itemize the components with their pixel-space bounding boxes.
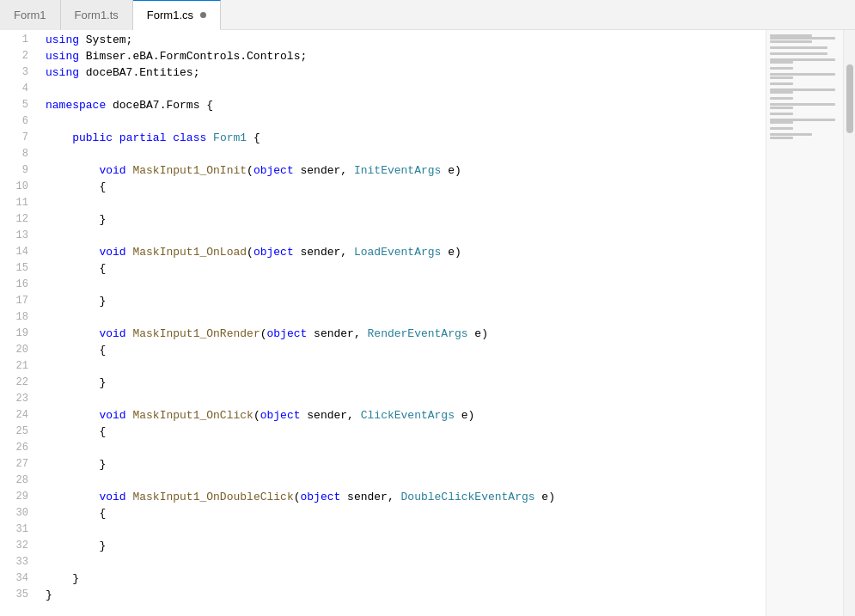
line-number: 27 [0, 456, 28, 473]
tab-form1ts[interactable]: Form1.ts [61, 0, 133, 30]
code-line: } [39, 375, 766, 391]
minimap-line [770, 55, 840, 58]
code-line: void MaskInput1_OnRender(object sender, … [39, 326, 766, 342]
code-line: { [39, 424, 766, 440]
line-number: 4 [0, 81, 28, 97]
tab-form1[interactable]: Form1 [0, 0, 61, 30]
code-line: { [39, 342, 766, 358]
code-line: } [39, 456, 766, 473]
line-number: 26 [0, 440, 28, 456]
code-token: void [99, 326, 125, 342]
line-number: 20 [0, 342, 28, 358]
code-line [39, 81, 766, 97]
line-number: 1 [0, 32, 28, 48]
code-token: doceBA7.Entities; [79, 64, 199, 81]
code-token: InitEventArgs [354, 162, 441, 179]
code-token [126, 326, 133, 342]
code-line: { [39, 179, 766, 195]
code-token [126, 162, 133, 179]
code-token [126, 407, 133, 424]
code-token: using [46, 48, 79, 64]
code-token: ( [247, 162, 253, 179]
minimap-line [770, 133, 812, 136]
code-token: doceBA7.Forms { [106, 97, 213, 113]
line-number: 5 [0, 97, 28, 113]
code-token: eBA [132, 48, 152, 64]
code-token: MaskInput1_OnRender [132, 326, 260, 342]
code-token: void [99, 407, 125, 424]
code-token: MaskInput1_OnClick [132, 407, 253, 424]
code-token: { [46, 179, 106, 195]
code-line [39, 358, 766, 375]
code-token: } [46, 293, 106, 309]
code-token [206, 130, 213, 146]
code-token: object [253, 162, 294, 179]
code-line: void MaskInput1_OnClick(object sender, C… [39, 407, 766, 424]
code-token: } [46, 538, 106, 554]
minimap-line [770, 43, 840, 46]
code-token: e) [441, 162, 461, 179]
minimap-line [770, 37, 835, 40]
scrollbar-thumb[interactable] [846, 64, 853, 133]
minimap-line [770, 127, 793, 130]
code-line: } [39, 587, 766, 603]
code-token [46, 244, 99, 260]
line-number: 11 [0, 195, 28, 211]
code-token: sender, [307, 326, 367, 342]
code-token: MaskInput1_OnDoubleClick [132, 489, 293, 505]
tab-form1cs[interactable]: Form1.cs [133, 0, 221, 30]
code-token: { [247, 130, 260, 146]
code-token: RenderEventArgs [368, 326, 468, 342]
line-number: 24 [0, 407, 28, 424]
code-token: sender, [294, 244, 354, 260]
code-line [39, 146, 766, 162]
code-token: { [46, 424, 106, 440]
minimap-line [770, 91, 793, 94]
code-token: ( [247, 244, 253, 260]
editor-container: 1234567891011121314151617181920212223242… [0, 30, 855, 616]
code-token: using [46, 64, 79, 81]
line-number: 14 [0, 244, 28, 260]
code-token: } [46, 587, 52, 603]
code-token [166, 130, 173, 146]
minimap-line [770, 85, 840, 88]
line-number: 8 [0, 146, 28, 162]
tab-bar: Form1 Form1.ts Form1.cs [0, 0, 855, 30]
tab-form1-label: Form1 [14, 9, 46, 21]
code-line: } [39, 570, 766, 587]
line-number: 23 [0, 391, 28, 407]
code-token: namespace [46, 97, 106, 113]
code-editor[interactable]: using System;using Bimser.eBA.FormContro… [39, 30, 766, 616]
code-token: void [99, 162, 125, 179]
code-token: e) [468, 326, 488, 342]
code-line [39, 440, 766, 456]
line-number: 3 [0, 64, 28, 81]
code-token: public [72, 130, 113, 146]
line-number: 2 [0, 48, 28, 64]
code-token: System; [79, 32, 132, 48]
code-line: } [39, 293, 766, 309]
code-line [39, 228, 766, 244]
code-token: Bimser. [79, 48, 132, 64]
code-token [46, 326, 99, 342]
code-token: MaskInput1_OnLoad [132, 244, 247, 260]
minimap-line [770, 61, 793, 64]
line-number: 25 [0, 424, 28, 440]
code-token: object [301, 489, 341, 505]
code-line: public partial class Form1 { [39, 130, 766, 146]
code-line [39, 473, 766, 489]
tab-form1ts-label: Form1.ts [75, 9, 119, 21]
line-number: 34 [0, 570, 28, 587]
code-token: LoadEventArgs [354, 244, 441, 260]
minimap-line [770, 103, 835, 106]
minimap [766, 30, 843, 616]
code-line [39, 521, 766, 538]
line-number: 16 [0, 277, 28, 293]
code-line [39, 113, 766, 130]
line-number: 35 [0, 587, 28, 603]
line-number: 32 [0, 538, 28, 554]
line-number: 15 [0, 260, 28, 277]
code-token [46, 489, 99, 505]
minimap-line [770, 109, 840, 112]
vertical-scrollbar[interactable] [843, 30, 855, 616]
